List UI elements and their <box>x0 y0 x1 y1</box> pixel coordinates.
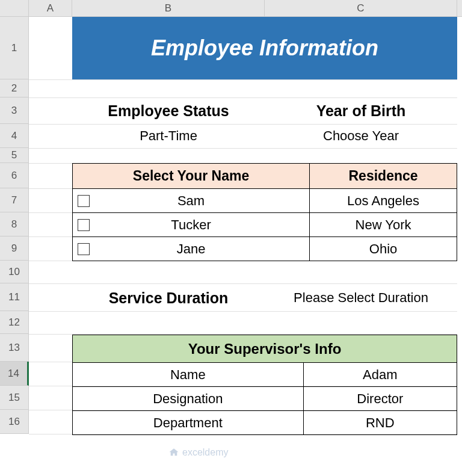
name-label: Sam <box>177 193 205 208</box>
row-header-7[interactable]: 7 <box>0 188 29 212</box>
column-header-a[interactable]: A <box>29 0 72 16</box>
service-duration-label[interactable]: Service Duration <box>72 289 265 307</box>
row-headers: 12345678910111213141516 <box>0 17 29 434</box>
column-headers: A B C <box>0 0 462 17</box>
row-header-5[interactable]: 5 <box>0 148 29 163</box>
watermark: exceldemy <box>168 447 228 458</box>
house-icon <box>168 447 179 458</box>
table-row: Name Adam <box>73 363 457 387</box>
content: Employee Information Employee Status Yea… <box>72 17 457 435</box>
year-of-birth-header[interactable]: Year of Birth <box>265 102 457 120</box>
name-residence-table: Select Your Name Residence Sam Los Angel… <box>72 163 457 261</box>
row-header-3[interactable]: 3 <box>0 97 29 124</box>
row-header-15[interactable]: 15 <box>0 386 29 410</box>
row-header-4[interactable]: 4 <box>0 124 29 148</box>
name-label: Jane <box>177 241 206 256</box>
supervisor-field-label[interactable]: Designation <box>73 387 304 411</box>
supervisor-field-value[interactable]: RND <box>303 411 457 435</box>
supervisor-field-value[interactable]: Director <box>303 387 457 411</box>
name-cell[interactable]: Jane <box>73 237 310 261</box>
row-header-11[interactable]: 11 <box>0 283 29 311</box>
watermark-text: exceldemy <box>182 447 228 458</box>
table-row: Sam Los Angeles <box>73 189 457 213</box>
row-header-10[interactable]: 10 <box>0 261 29 283</box>
table-row: Department RND <box>73 411 457 435</box>
row-header-2[interactable]: 2 <box>0 79 29 97</box>
table-row: Tucker New York <box>73 213 457 237</box>
supervisor-table: Your Supervisor's Info Name Adam Designa… <box>72 335 457 435</box>
row-header-1[interactable]: 1 <box>0 17 29 79</box>
page-title-banner[interactable]: Employee Information <box>72 17 457 79</box>
row-header-6[interactable]: 6 <box>0 163 29 188</box>
employee-status-header[interactable]: Employee Status <box>72 102 265 120</box>
residence-cell[interactable]: Ohio <box>310 237 457 261</box>
row-header-16[interactable]: 16 <box>0 410 29 434</box>
supervisor-field-value[interactable]: Adam <box>303 363 457 387</box>
residence-cell[interactable]: New York <box>310 213 457 237</box>
service-duration-value[interactable]: Please Select Duration <box>265 290 457 306</box>
checkbox-icon[interactable] <box>78 195 90 207</box>
table-row: Jane Ohio <box>73 237 457 261</box>
supervisor-field-label[interactable]: Name <box>73 363 304 387</box>
name-cell[interactable]: Sam <box>73 189 310 213</box>
residence-cell[interactable]: Los Angeles <box>310 189 457 213</box>
row-header-9[interactable]: 9 <box>0 236 29 261</box>
row-header-14[interactable]: 14 <box>0 362 29 386</box>
checkbox-icon[interactable] <box>78 219 90 231</box>
checkbox-icon[interactable] <box>78 243 90 255</box>
column-header-c[interactable]: C <box>265 0 457 16</box>
name-label: Tucker <box>171 217 211 232</box>
employee-status-value[interactable]: Part-Time <box>72 128 265 144</box>
supervisor-title[interactable]: Your Supervisor's Info <box>73 335 457 363</box>
spreadsheet: A B C 12345678910111213141516 Employee I… <box>0 0 462 476</box>
table-row: Designation Director <box>73 387 457 411</box>
supervisor-field-label[interactable]: Department <box>73 411 304 435</box>
row-header-12[interactable]: 12 <box>0 311 29 334</box>
row-header-8[interactable]: 8 <box>0 212 29 236</box>
select-name-header[interactable]: Select Your Name <box>73 164 310 189</box>
select-all-corner[interactable] <box>0 0 29 16</box>
name-cell[interactable]: Tucker <box>73 213 310 237</box>
row-header-13[interactable]: 13 <box>0 334 29 362</box>
year-of-birth-value[interactable]: Choose Year <box>265 128 457 144</box>
residence-header[interactable]: Residence <box>310 164 457 189</box>
column-header-b[interactable]: B <box>72 0 265 16</box>
